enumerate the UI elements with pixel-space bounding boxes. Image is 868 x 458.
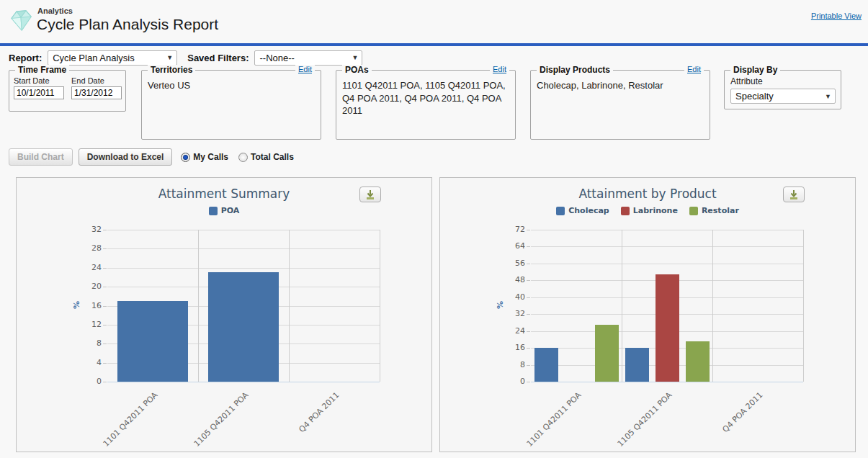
- gridline: [531, 246, 803, 247]
- y-axis-tick-label: 12: [77, 320, 102, 329]
- y-axis-tick: [103, 325, 107, 325]
- territories-edit-link[interactable]: Edit: [295, 65, 315, 73]
- y-axis-tick-label: 16: [501, 343, 525, 352]
- fieldset-display-by: Display By Attribute Specialty ▼: [724, 70, 841, 109]
- printable-view-link[interactable]: Printable View: [811, 12, 862, 20]
- chevron-down-icon: ▼: [166, 54, 173, 61]
- y-axis-tick: [103, 268, 107, 269]
- gridline: [107, 248, 380, 249]
- download-icon: [788, 189, 800, 200]
- bar[interactable]: [595, 325, 619, 382]
- y-axis-tick-label: 32: [501, 309, 525, 318]
- y-axis-tick-label: 48: [501, 275, 525, 284]
- bar[interactable]: [117, 301, 188, 382]
- report-select[interactable]: Cycle Plan Analysis ▼: [48, 50, 177, 66]
- y-axis-tick: [103, 306, 107, 307]
- y-axis-tick: [527, 382, 530, 382]
- header-divider: [0, 43, 868, 46]
- saved-filters-label: Saved Filters:: [187, 53, 249, 63]
- gridline: [531, 264, 803, 264]
- report-label: Report:: [9, 53, 42, 63]
- gridline: [198, 230, 199, 382]
- y-axis-title: %: [496, 300, 505, 308]
- y-axis-tick-label: 20: [77, 282, 102, 291]
- display-by-select-value: Specialty: [735, 91, 774, 102]
- download-to-excel-button[interactable]: Download to Excel: [79, 148, 173, 166]
- build-chart-button[interactable]: Build Chart: [9, 148, 73, 166]
- end-date-label: End Date: [71, 76, 122, 85]
- y-axis-tick: [527, 246, 530, 247]
- start-date-input[interactable]: [14, 86, 64, 99]
- y-axis-tick: [103, 230, 107, 230]
- end-date-input[interactable]: [71, 86, 122, 99]
- my-calls-radio[interactable]: [181, 153, 190, 162]
- territories-legend: Territories: [148, 65, 195, 75]
- bar[interactable]: [656, 274, 679, 382]
- y-axis-tick-label: 8: [77, 338, 102, 348]
- legend-swatch-icon: [556, 207, 565, 215]
- chevron-down-icon: ▼: [825, 93, 831, 100]
- y-axis-tick-label: 24: [501, 326, 525, 336]
- total-calls-label: Total Calls: [251, 152, 294, 162]
- y-axis-tick-label: 40: [501, 292, 525, 302]
- y-axis-tick: [527, 314, 530, 315]
- y-axis-tick: [103, 363, 107, 364]
- download-chart-button[interactable]: [359, 187, 381, 202]
- toolbar: Build Chart Download to Excel My Calls T…: [9, 148, 301, 166]
- y-axis-tick: [527, 297, 530, 298]
- analytics-gem-icon: [7, 7, 35, 35]
- y-axis-tick: [527, 348, 530, 349]
- chart-plot: 0481216202428321101 Q42011 POA1105 Q4201…: [17, 178, 431, 452]
- gridline: [107, 382, 380, 382]
- y-axis-tick-label: 4: [77, 358, 102, 367]
- page: Analytics Cycle Plan Analysis Report Pri…: [0, 0, 868, 458]
- display-products-edit-link[interactable]: Edit: [684, 65, 704, 73]
- chart-plot: 0816243240485664721101 Q42011 POA1105 Q4…: [440, 178, 855, 452]
- my-calls-label: My Calls: [193, 152, 228, 162]
- poas-legend: POAs: [342, 65, 372, 75]
- attainment-summary-chart: 0481216202428321101 Q42011 POA1105 Q4201…: [16, 177, 432, 452]
- attainment-by-product-chart: 0816243240485664721101 Q42011 POA1105 Q4…: [439, 177, 856, 452]
- download-icon: [364, 189, 376, 200]
- bar[interactable]: [534, 348, 558, 382]
- bar[interactable]: [625, 348, 649, 382]
- display-by-legend: Display By: [730, 65, 780, 75]
- legend-item[interactable]: Restolar: [689, 206, 739, 215]
- x-axis-label: 1105 Q42011 POA: [615, 390, 674, 449]
- bar[interactable]: [208, 272, 279, 382]
- y-axis-tick: [103, 344, 107, 344]
- app-label: Analytics: [37, 6, 73, 15]
- gridline: [380, 230, 380, 382]
- download-chart-button[interactable]: [783, 187, 805, 202]
- gridline: [107, 268, 380, 269]
- report-select-value: Cycle Plan Analysis: [53, 53, 134, 63]
- legend-item[interactable]: Labrinone: [621, 206, 678, 215]
- fieldset-territories: Territories Edit Verteo US: [141, 70, 321, 140]
- x-axis-label: Q4 POA 2011: [720, 390, 764, 434]
- display-by-select[interactable]: Specialty ▼: [730, 89, 836, 104]
- legend-item[interactable]: Cholecap: [556, 206, 609, 215]
- y-axis-tick-label: 32: [77, 225, 102, 234]
- y-axis-tick-label: 56: [501, 259, 525, 268]
- gridline: [531, 230, 803, 230]
- y-axis-tick-label: 28: [77, 243, 102, 253]
- saved-filters-select[interactable]: --None-- ▼: [254, 50, 362, 66]
- poas-value: 1101 Q42011 POA, 1105 Q42011 POA, Q4 POA…: [336, 71, 515, 117]
- fieldset-poas: POAs Edit 1101 Q42011 POA, 1105 Q42011 P…: [336, 70, 516, 140]
- x-axis-label: Q4 POA 2011: [297, 390, 341, 434]
- chevron-down-icon: ▼: [352, 54, 359, 61]
- x-axis-label: 1101 Q42011 POA: [524, 390, 583, 449]
- gridline: [289, 230, 290, 382]
- y-axis-tick-label: 64: [501, 241, 525, 251]
- saved-filters-select-value: --None--: [259, 53, 294, 63]
- page-title: Cycle Plan Analysis Report: [37, 16, 218, 33]
- gridline: [107, 230, 380, 230]
- y-axis-tick: [103, 248, 107, 249]
- total-calls-radio[interactable]: [238, 153, 248, 162]
- chart-legend: CholecapLabrinoneRestolar: [440, 206, 855, 215]
- fieldset-time-frame: Time Frame Start Date End Date: [9, 70, 126, 112]
- bar[interactable]: [686, 341, 710, 382]
- report-controls: Report: Cycle Plan Analysis ▼ Saved Filt…: [9, 50, 362, 66]
- legend-item[interactable]: POA: [209, 206, 240, 215]
- poas-edit-link[interactable]: Edit: [490, 65, 509, 73]
